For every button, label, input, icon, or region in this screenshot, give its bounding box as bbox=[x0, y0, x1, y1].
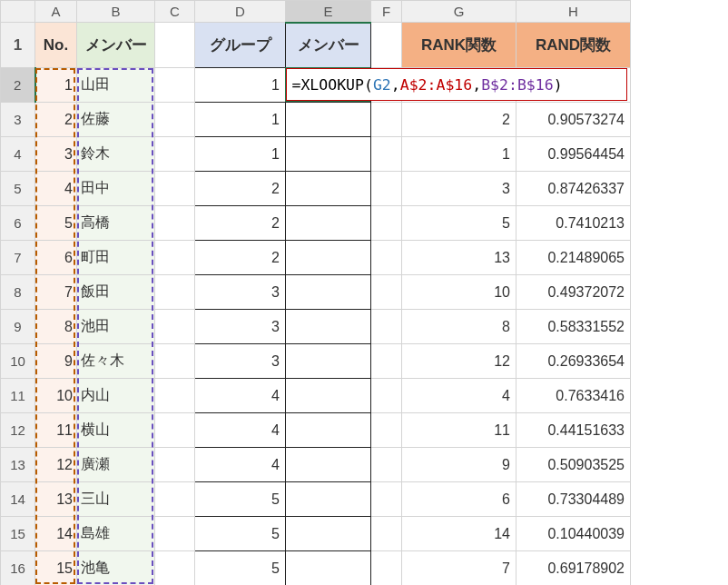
row-header-6[interactable]: 6 bbox=[1, 206, 35, 241]
cell-E14[interactable] bbox=[286, 482, 371, 517]
header-group[interactable]: グループ bbox=[195, 23, 286, 68]
row-header-9[interactable]: 9 bbox=[1, 310, 35, 344]
cell-G11[interactable]: 4 bbox=[402, 379, 516, 413]
row-header-14[interactable]: 14 bbox=[1, 482, 35, 517]
cell-C4[interactable] bbox=[155, 137, 195, 172]
cell-A3[interactable]: 2 bbox=[35, 103, 77, 137]
cell-B5[interactable]: 田中 bbox=[77, 172, 155, 206]
cell-B10[interactable]: 佐々木 bbox=[77, 344, 155, 379]
row-header-10[interactable]: 10 bbox=[1, 344, 35, 379]
cell-E3[interactable] bbox=[286, 103, 371, 137]
row-header-4[interactable]: 4 bbox=[1, 137, 35, 172]
header-member-src[interactable]: メンバー bbox=[77, 23, 155, 68]
cell-H6[interactable]: 0.7410213 bbox=[516, 206, 631, 241]
cell-B2[interactable]: 山田 bbox=[77, 68, 155, 103]
cell-G7[interactable]: 13 bbox=[402, 241, 516, 275]
row-header-16[interactable]: 16 bbox=[1, 551, 35, 586]
cell-F10[interactable] bbox=[371, 344, 402, 379]
cell-F15[interactable] bbox=[371, 517, 402, 551]
cell-C11[interactable] bbox=[155, 379, 195, 413]
cell-C5[interactable] bbox=[155, 172, 195, 206]
cell-E12[interactable] bbox=[286, 413, 371, 448]
cell-G3[interactable]: 2 bbox=[402, 103, 516, 137]
cell-B15[interactable]: 島雄 bbox=[77, 517, 155, 551]
cell-C9[interactable] bbox=[155, 310, 195, 344]
row-header-13[interactable]: 13 bbox=[1, 448, 35, 482]
row-header-15[interactable]: 15 bbox=[1, 517, 35, 551]
cell-G8[interactable]: 10 bbox=[402, 275, 516, 310]
cell-H16[interactable]: 0.69178902 bbox=[516, 551, 631, 586]
cell-H13[interactable]: 0.50903525 bbox=[516, 448, 631, 482]
cell-A10[interactable]: 9 bbox=[35, 344, 77, 379]
cell-A6[interactable]: 5 bbox=[35, 206, 77, 241]
cell-B14[interactable]: 三山 bbox=[77, 482, 155, 517]
cell-C1[interactable] bbox=[155, 23, 195, 68]
cell-A7[interactable]: 6 bbox=[35, 241, 77, 275]
cell-B7[interactable]: 町田 bbox=[77, 241, 155, 275]
cell-A4[interactable]: 3 bbox=[35, 137, 77, 172]
cell-A16[interactable]: 15 bbox=[35, 551, 77, 586]
cell-F5[interactable] bbox=[371, 172, 402, 206]
header-no[interactable]: No. bbox=[35, 23, 77, 68]
cell-C6[interactable] bbox=[155, 206, 195, 241]
cell-C3[interactable] bbox=[155, 103, 195, 137]
cell-B3[interactable]: 佐藤 bbox=[77, 103, 155, 137]
cell-F9[interactable] bbox=[371, 310, 402, 344]
cell-A14[interactable]: 13 bbox=[35, 482, 77, 517]
col-header-B[interactable]: B bbox=[77, 1, 155, 23]
cell-D16[interactable]: 5 bbox=[195, 551, 286, 586]
col-header-D[interactable]: D bbox=[195, 1, 286, 23]
cell-H8[interactable]: 0.49372072 bbox=[516, 275, 631, 310]
cell-F12[interactable] bbox=[371, 413, 402, 448]
cell-H5[interactable]: 0.87426337 bbox=[516, 172, 631, 206]
cell-D12[interactable]: 4 bbox=[195, 413, 286, 448]
col-header-E[interactable]: E bbox=[286, 1, 371, 23]
cell-E10[interactable] bbox=[286, 344, 371, 379]
cell-B12[interactable]: 横山 bbox=[77, 413, 155, 448]
col-header-C[interactable]: C bbox=[155, 1, 195, 23]
cell-F4[interactable] bbox=[371, 137, 402, 172]
cell-A15[interactable]: 14 bbox=[35, 517, 77, 551]
cell-C7[interactable] bbox=[155, 241, 195, 275]
cell-B13[interactable]: 廣瀬 bbox=[77, 448, 155, 482]
cell-G12[interactable]: 11 bbox=[402, 413, 516, 448]
cell-E13[interactable] bbox=[286, 448, 371, 482]
cell-D14[interactable]: 5 bbox=[195, 482, 286, 517]
cell-E15[interactable] bbox=[286, 517, 371, 551]
cell-E8[interactable] bbox=[286, 275, 371, 310]
row-header-5[interactable]: 5 bbox=[1, 172, 35, 206]
cell-H12[interactable]: 0.44151633 bbox=[516, 413, 631, 448]
cell-D10[interactable]: 3 bbox=[195, 344, 286, 379]
header-rank[interactable]: RANK関数 bbox=[402, 23, 516, 68]
cell-G5[interactable]: 3 bbox=[402, 172, 516, 206]
cell-C13[interactable] bbox=[155, 448, 195, 482]
cell-B4[interactable]: 鈴木 bbox=[77, 137, 155, 172]
cell-C12[interactable] bbox=[155, 413, 195, 448]
cell-G4[interactable]: 1 bbox=[402, 137, 516, 172]
cell-F6[interactable] bbox=[371, 206, 402, 241]
cell-H11[interactable]: 0.7633416 bbox=[516, 379, 631, 413]
header-rand[interactable]: RAND関数 bbox=[516, 23, 631, 68]
cell-H3[interactable]: 0.90573274 bbox=[516, 103, 631, 137]
col-header-F[interactable]: F bbox=[371, 1, 402, 23]
cell-F11[interactable] bbox=[371, 379, 402, 413]
cell-G15[interactable]: 14 bbox=[402, 517, 516, 551]
cell-E4[interactable] bbox=[286, 137, 371, 172]
cell-A8[interactable]: 7 bbox=[35, 275, 77, 310]
cell-E9[interactable] bbox=[286, 310, 371, 344]
col-header-A[interactable]: A bbox=[35, 1, 77, 23]
spreadsheet[interactable]: A B C D E F G H 1 No. メンバー グループ メンバー RAN… bbox=[0, 0, 728, 585]
cell-G10[interactable]: 12 bbox=[402, 344, 516, 379]
cell-A5[interactable]: 4 bbox=[35, 172, 77, 206]
cell-C14[interactable] bbox=[155, 482, 195, 517]
cell-H10[interactable]: 0.26933654 bbox=[516, 344, 631, 379]
cell-G9[interactable]: 8 bbox=[402, 310, 516, 344]
cell-F14[interactable] bbox=[371, 482, 402, 517]
cell-F8[interactable] bbox=[371, 275, 402, 310]
cell-C16[interactable] bbox=[155, 551, 195, 586]
cell-E7[interactable] bbox=[286, 241, 371, 275]
row-header-7[interactable]: 7 bbox=[1, 241, 35, 275]
row-header-11[interactable]: 11 bbox=[1, 379, 35, 413]
cell-A9[interactable]: 8 bbox=[35, 310, 77, 344]
row-header-2[interactable]: 2 bbox=[1, 68, 35, 103]
